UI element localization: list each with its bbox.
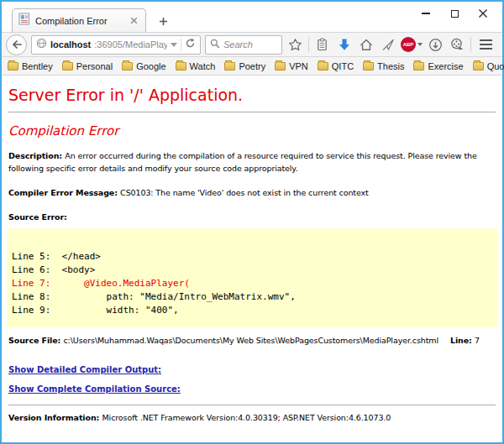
close-icon [478, 8, 488, 18]
back-arrow-icon [11, 39, 23, 50]
bookmark-item[interactable]: Bentley [8, 61, 53, 71]
minimize-button[interactable] [412, 3, 440, 24]
bookmarks-bar: Bentley Personal Google Watch Poetry VPN… [2, 57, 502, 76]
url-host: localhost [50, 39, 91, 50]
folder-icon [363, 62, 374, 71]
compiler-links: Show Detailed Compiler Output:Show Compl… [8, 365, 496, 394]
compiler-error-text: CS0103: The name 'Video' does not exist … [120, 188, 369, 197]
folder-icon [122, 62, 133, 71]
bookmark-item[interactable]: Exercise [413, 61, 463, 71]
maximize-icon [451, 10, 459, 18]
video-downloadhelper-button[interactable] [449, 34, 466, 55]
folder-icon [224, 62, 235, 71]
bookmark-item[interactable]: Personal [62, 61, 113, 71]
bookmark-label: VPN [289, 61, 308, 71]
source-error-code-block: Line 5: </head>Line 6: <body>Line 7: @Vi… [7, 228, 497, 327]
bookmark-label: Exercise [428, 61, 463, 71]
error-page-title: Server Error in '/' Application. [8, 86, 496, 104]
search-box[interactable] [205, 35, 282, 55]
home-button[interactable] [357, 34, 375, 55]
home-icon [360, 39, 373, 51]
bookmark-item[interactable]: VPN [275, 61, 308, 71]
source-file-label: Source File: [8, 336, 63, 345]
folder-icon [275, 62, 286, 71]
star-icon [288, 38, 302, 52]
bookmark-label: Poetry [239, 61, 265, 71]
version-label: Version Information: [8, 413, 102, 422]
search-icon [210, 37, 220, 52]
bookmark-label: Personal [76, 61, 113, 71]
tab-compilation-error[interactable]: Compilation Error [12, 8, 146, 32]
paper-plane-icon [381, 39, 395, 51]
minimize-icon [422, 13, 430, 14]
back-button[interactable] [6, 34, 27, 55]
bookmark-star-button[interactable] [286, 34, 304, 55]
browser-window: Compilation Error localhost :36905/Media… [0, 0, 504, 444]
reload-icon[interactable] [185, 37, 196, 52]
compiler-output-link[interactable]: Show Detailed Compiler Output: [8, 365, 496, 374]
code-line: Line 9: width: "400", [12, 304, 492, 317]
code-line: Line 8: path: "Media/Intro_WebMatrix.wmv… [12, 290, 492, 304]
menu-button[interactable] [475, 34, 496, 55]
source-file-path: c:\Users\Muhammad.Waqas\Documents\My Web… [63, 336, 438, 345]
bookmark-label: Quotes [487, 61, 504, 71]
close-button[interactable] [469, 3, 497, 24]
tab-close-icon[interactable] [128, 15, 139, 27]
window-controls [412, 3, 497, 24]
folder-icon [62, 62, 73, 71]
compiler-error-paragraph: Compiler Error Message: CS0103: The name… [8, 186, 496, 199]
page-favicon-icon [18, 13, 30, 29]
urlbar-dropdown-icon[interactable] [171, 43, 177, 47]
bookmark-label: Google [136, 61, 165, 71]
code-line: Line 6: <body> [12, 264, 492, 277]
bookmark-item[interactable]: Poetry [224, 61, 265, 71]
folder-icon [413, 62, 424, 71]
divider [8, 405, 496, 405]
reading-list-button[interactable] [313, 34, 331, 55]
bookmark-label: Watch [190, 61, 216, 71]
bookmark-item[interactable]: QITC [318, 61, 354, 71]
globe-icon [36, 37, 47, 52]
description-text: An error occurred during the compilation… [8, 151, 477, 173]
bookmark-item[interactable]: Quotes [473, 61, 504, 71]
circled-down-arrow-icon [428, 38, 443, 52]
line-number-value: 7 [475, 336, 480, 345]
download-arrow-icon [339, 39, 350, 51]
error-page-subtitle: Compilation Error [8, 123, 496, 138]
update-button[interactable] [427, 34, 444, 55]
search-input[interactable] [223, 39, 272, 50]
tab-title: Compilation Error [35, 16, 123, 26]
bookmark-item[interactable]: Watch [176, 61, 216, 71]
film-reel-icon [450, 38, 465, 51]
folder-icon [318, 62, 328, 71]
code-line: Line 7: @Video.MediaPlayer( [12, 277, 492, 290]
url-path: :36905/MediaPlayer [94, 39, 167, 50]
abp-icon: ABP [401, 37, 416, 52]
new-tab-button[interactable] [153, 12, 173, 30]
code-line: Line 5: </head> [12, 250, 492, 264]
folder-icon [176, 62, 186, 71]
source-file-paragraph: Source File: c:\Users\Muhammad.Waqas\Doc… [8, 336, 496, 345]
bookmark-label: QITC [332, 61, 354, 71]
bookmark-label: Thesis [377, 61, 404, 71]
compiler-error-label: Compiler Error Message: [8, 188, 120, 197]
source-error-paragraph: Source Error: [8, 211, 496, 223]
bookmark-item[interactable]: Google [122, 61, 165, 71]
description-label: Description: [8, 151, 65, 160]
bookmark-label: Bentley [22, 61, 53, 71]
maximize-button[interactable] [440, 3, 469, 24]
bookmark-item[interactable]: Thesis [363, 61, 404, 71]
page-content: Server Error in '/' Application. Compila… [2, 76, 502, 442]
url-bar[interactable]: localhost :36905/MediaPlayer [31, 35, 201, 55]
line-number-label: Line: [450, 336, 475, 345]
send-button[interactable] [379, 34, 396, 55]
compiler-output-link[interactable]: Show Complete Compilation Source: [8, 384, 496, 394]
downloads-button[interactable] [335, 34, 353, 55]
abp-dropdown-icon[interactable] [417, 43, 423, 46]
adblock-plus-button[interactable]: ABP [401, 37, 423, 52]
source-error-label: Source Error: [8, 212, 67, 222]
clipboard-icon [316, 38, 328, 51]
version-information: Version Information: Microsoft .NET Fram… [8, 413, 496, 422]
divider [8, 112, 496, 112]
description-paragraph: Description: An error occurred during th… [8, 149, 496, 175]
